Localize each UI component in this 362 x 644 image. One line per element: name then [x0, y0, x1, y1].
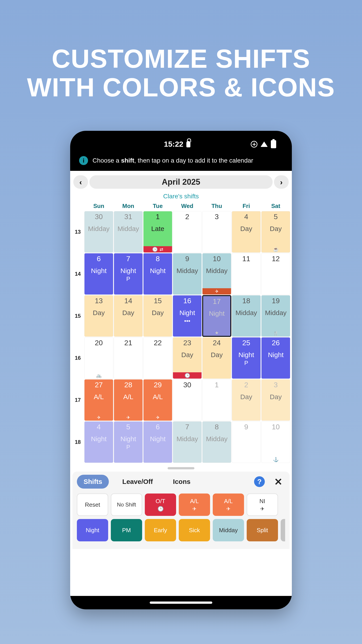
day-number: 5	[126, 423, 130, 431]
calendar-cell[interactable]: 31 Midday	[114, 211, 143, 253]
calendar-cell[interactable]: 20 🚲	[84, 337, 113, 379]
shift-label: Day	[93, 309, 105, 317]
shift-label: Day	[240, 225, 252, 232]
calendar-cell[interactable]: 14 Day	[114, 295, 143, 337]
week-number: 17	[71, 379, 84, 421]
calendar-cell[interactable]: 27 A/L ✈	[84, 379, 113, 421]
calendar-cell[interactable]: 17 Night ★	[202, 295, 231, 337]
shift-chip-sick[interactable]: Sick	[179, 519, 210, 541]
calendar-cell[interactable]: 4 Night	[84, 421, 113, 463]
shift-chip-reset[interactable]: Reset	[77, 494, 108, 516]
calendar-cell[interactable]: 3 Day	[261, 379, 290, 421]
calendar-cell[interactable]: 7 Night P	[114, 253, 143, 295]
shift-chip-ot[interactable]: O/T🕒	[145, 494, 176, 516]
calendar-cell[interactable]: 11	[232, 253, 261, 295]
shift-label: Night	[179, 309, 195, 317]
tab-leave[interactable]: Leave/Off	[115, 475, 160, 488]
day-number: 14	[124, 297, 132, 305]
calendar-cell[interactable]: 3	[202, 211, 231, 253]
shift-picker-panel: Shifts Leave/Off Icons ? ✕ ResetNo Shift…	[72, 472, 290, 549]
shift-label: Midday	[206, 267, 228, 274]
shift-chip-ni[interactable]: NI✈	[247, 494, 278, 516]
calendar-cell[interactable]: 2 Day	[232, 379, 261, 421]
home-indicator[interactable]	[150, 602, 212, 604]
month-title[interactable]: April 2025	[89, 175, 273, 189]
calendar-cell[interactable]: 1 Late 🕒⇄	[143, 211, 172, 253]
shift-chip-pm[interactable]: PM	[111, 519, 142, 541]
calendar-cell[interactable]: 12	[261, 253, 290, 295]
shift-label: Night	[209, 310, 225, 317]
calendar-cell[interactable]: 21	[114, 337, 143, 379]
help-button[interactable]: ?	[254, 476, 265, 487]
shift-chip-noshift[interactable]: No Shift	[111, 494, 142, 516]
day-number: 9	[185, 255, 189, 263]
calendar-cell[interactable]: 18 Midday	[232, 295, 261, 337]
drag-handle[interactable]	[168, 467, 194, 469]
star-icon: ★	[215, 330, 219, 336]
shift-chip-early[interactable]: Early	[145, 519, 176, 541]
shift-label: Day	[152, 309, 164, 317]
calendar-cell[interactable]: 4 Day	[232, 211, 261, 253]
day-number: 29	[154, 381, 162, 389]
calendar-cell[interactable]: 29 A/L ✈	[143, 379, 172, 421]
calendar-cell[interactable]: 6 Night	[84, 253, 113, 295]
shift-chip-[interactable]: 2	[281, 519, 285, 541]
dayhead-tue: Tue	[143, 202, 173, 210]
shift-label: Night	[150, 435, 166, 443]
next-month-button[interactable]: ›	[274, 175, 289, 189]
calendar-cell[interactable]: 23 Day 🕒	[173, 337, 202, 379]
calendar-cell[interactable]: 26 Night	[261, 337, 290, 379]
calendar-cell[interactable]: 22	[143, 337, 172, 379]
calendar-cell[interactable]: 5 Day ☕	[261, 211, 290, 253]
calendar-cell[interactable]: 24 Day	[202, 337, 231, 379]
calendar-cell[interactable]: 7 Midday	[173, 421, 202, 463]
day-number: 3	[215, 213, 219, 221]
day-number: 25	[242, 339, 250, 347]
shift-chip-split[interactable]: Split	[247, 519, 278, 541]
tab-icons[interactable]: Icons	[166, 475, 197, 488]
tab-shifts[interactable]: Shifts	[77, 475, 109, 488]
day-number: 12	[272, 255, 280, 263]
shift-chip-midday[interactable]: Midday	[213, 519, 244, 541]
day-number: 17	[213, 298, 221, 306]
day-number: 27	[95, 381, 103, 389]
calendar-cell[interactable]: 10 Midday ✈	[202, 253, 231, 295]
plane-icon: ✈	[192, 506, 196, 512]
calendar-cell[interactable]: 30	[173, 379, 202, 421]
calendar-cell[interactable]: 30 Midday	[84, 211, 113, 253]
shift-chip-al[interactable]: A/L✈	[213, 494, 244, 516]
calendar-cell[interactable]: 15 Day	[143, 295, 172, 337]
calendar-cell[interactable]: 16 Night •••	[173, 295, 202, 337]
calendar-cell[interactable]: 5 Night P	[114, 421, 143, 463]
shift-chip-al[interactable]: A/L✈	[179, 494, 210, 516]
shift-chip-night[interactable]: Night	[77, 519, 108, 541]
calendar-cell[interactable]: 28 A/L ✈	[114, 379, 143, 421]
prev-month-button[interactable]: ‹	[73, 175, 88, 189]
day-number: 5	[274, 213, 278, 221]
calendar-cell[interactable]: 8 Night	[143, 253, 172, 295]
calendar-cell[interactable]: 10 ⚓	[261, 421, 290, 463]
calendar-cell[interactable]: 9	[232, 421, 261, 463]
status-time: 15:22	[164, 140, 183, 148]
calendar-cell[interactable]: 19 Midday 🍴	[261, 295, 290, 337]
plane-icon: ✈	[260, 506, 264, 512]
calendar-cell[interactable]: 6 Night	[143, 421, 172, 463]
day-number: 1	[156, 213, 160, 221]
wifi-icon	[261, 142, 268, 147]
calendar-cell[interactable]: 9 Midday	[173, 253, 202, 295]
calendar-grid: SunMonTueWedThuFriSat 13 30 Midday 31 Mi…	[70, 201, 292, 463]
shift-label: Night	[150, 267, 166, 274]
close-button[interactable]: ✕	[272, 476, 285, 488]
shift-label: Day	[270, 225, 282, 232]
shift-label: Day	[122, 309, 134, 317]
calendar-cell[interactable]: 2	[173, 211, 202, 253]
status-bar: 15:22	[70, 131, 292, 152]
day-number: 8	[215, 423, 219, 431]
calendar-cell[interactable]: 25 Night P	[232, 337, 261, 379]
calendar-cell[interactable]: 13 Day	[84, 295, 113, 337]
shift-label: Late	[151, 225, 164, 232]
calendar-cell[interactable]: 8 Midday	[202, 421, 231, 463]
week-number: 15	[71, 295, 84, 337]
calendar-cell[interactable]: 1	[202, 379, 231, 421]
plane-icon: ✈	[226, 506, 230, 512]
